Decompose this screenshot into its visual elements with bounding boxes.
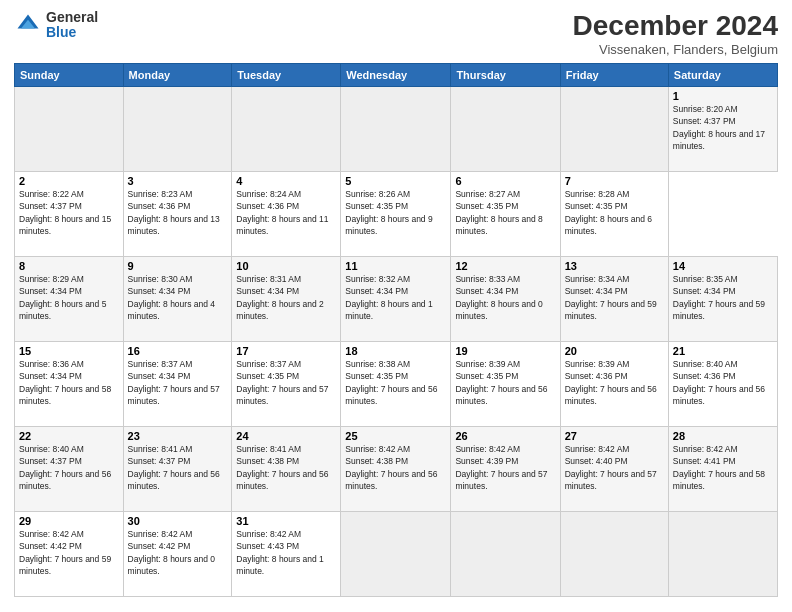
month-title: December 2024 [573,10,778,42]
day-info: Sunrise: 8:42 AMSunset: 4:43 PMDaylight:… [236,529,323,576]
day-info: Sunrise: 8:40 AMSunset: 4:36 PMDaylight:… [673,359,765,406]
day-cell-16: 16Sunrise: 8:37 AMSunset: 4:34 PMDayligh… [123,342,232,427]
day-cell-12: 12Sunrise: 8:33 AMSunset: 4:34 PMDayligh… [451,257,560,342]
day-cell-19: 19Sunrise: 8:39 AMSunset: 4:35 PMDayligh… [451,342,560,427]
day-info: Sunrise: 8:28 AMSunset: 4:35 PMDaylight:… [565,189,652,236]
day-info: Sunrise: 8:42 AMSunset: 4:41 PMDaylight:… [673,444,765,491]
day-info: Sunrise: 8:32 AMSunset: 4:34 PMDaylight:… [345,274,432,321]
day-cell-27: 27Sunrise: 8:42 AMSunset: 4:40 PMDayligh… [560,427,668,512]
logo-icon [14,11,42,39]
day-info: Sunrise: 8:40 AMSunset: 4:37 PMDaylight:… [19,444,111,491]
day-number: 23 [128,430,228,442]
day-cell-17: 17Sunrise: 8:37 AMSunset: 4:35 PMDayligh… [232,342,341,427]
day-cell-11: 11Sunrise: 8:32 AMSunset: 4:34 PMDayligh… [341,257,451,342]
calendar-table: Sunday Monday Tuesday Wednesday Thursday… [14,63,778,597]
day-cell-31: 31Sunrise: 8:42 AMSunset: 4:43 PMDayligh… [232,512,341,597]
empty-cell [560,87,668,172]
empty-cell [668,512,777,597]
day-info: Sunrise: 8:39 AMSunset: 4:36 PMDaylight:… [565,359,657,406]
day-number: 3 [128,175,228,187]
day-info: Sunrise: 8:39 AMSunset: 4:35 PMDaylight:… [455,359,547,406]
day-number: 12 [455,260,555,272]
week-row-2: 2Sunrise: 8:22 AMSunset: 4:37 PMDaylight… [15,172,778,257]
day-info: Sunrise: 8:24 AMSunset: 4:36 PMDaylight:… [236,189,328,236]
day-cell-21: 21Sunrise: 8:40 AMSunset: 4:36 PMDayligh… [668,342,777,427]
day-number: 18 [345,345,446,357]
day-cell-10: 10Sunrise: 8:31 AMSunset: 4:34 PMDayligh… [232,257,341,342]
day-number: 2 [19,175,119,187]
empty-cell [232,87,341,172]
logo-text: General Blue [46,10,98,41]
day-info: Sunrise: 8:37 AMSunset: 4:34 PMDaylight:… [128,359,220,406]
col-tuesday: Tuesday [232,64,341,87]
day-cell-30: 30Sunrise: 8:42 AMSunset: 4:42 PMDayligh… [123,512,232,597]
logo-blue-text: Blue [46,25,98,40]
day-info: Sunrise: 8:27 AMSunset: 4:35 PMDaylight:… [455,189,542,236]
day-number: 29 [19,515,119,527]
day-cell-26: 26Sunrise: 8:42 AMSunset: 4:39 PMDayligh… [451,427,560,512]
day-cell-15: 15Sunrise: 8:36 AMSunset: 4:34 PMDayligh… [15,342,124,427]
col-sunday: Sunday [15,64,124,87]
day-number: 1 [673,90,773,102]
title-block: December 2024 Vissenaken, Flanders, Belg… [573,10,778,57]
location: Vissenaken, Flanders, Belgium [573,42,778,57]
col-wednesday: Wednesday [341,64,451,87]
days-header-row: Sunday Monday Tuesday Wednesday Thursday… [15,64,778,87]
day-info: Sunrise: 8:30 AMSunset: 4:34 PMDaylight:… [128,274,215,321]
day-cell-25: 25Sunrise: 8:42 AMSunset: 4:38 PMDayligh… [341,427,451,512]
day-info: Sunrise: 8:42 AMSunset: 4:39 PMDaylight:… [455,444,547,491]
day-number: 16 [128,345,228,357]
day-number: 26 [455,430,555,442]
empty-cell [341,87,451,172]
day-cell-2: 2Sunrise: 8:22 AMSunset: 4:37 PMDaylight… [15,172,124,257]
day-info: Sunrise: 8:23 AMSunset: 4:36 PMDaylight:… [128,189,220,236]
day-number: 6 [455,175,555,187]
day-number: 31 [236,515,336,527]
day-cell-28: 28Sunrise: 8:42 AMSunset: 4:41 PMDayligh… [668,427,777,512]
day-cell-9: 9Sunrise: 8:30 AMSunset: 4:34 PMDaylight… [123,257,232,342]
day-number: 19 [455,345,555,357]
day-number: 25 [345,430,446,442]
day-info: Sunrise: 8:42 AMSunset: 4:38 PMDaylight:… [345,444,437,491]
week-row-4: 15Sunrise: 8:36 AMSunset: 4:34 PMDayligh… [15,342,778,427]
day-info: Sunrise: 8:35 AMSunset: 4:34 PMDaylight:… [673,274,765,321]
day-info: Sunrise: 8:22 AMSunset: 4:37 PMDaylight:… [19,189,111,236]
day-cell-13: 13Sunrise: 8:34 AMSunset: 4:34 PMDayligh… [560,257,668,342]
week-row-1: 1Sunrise: 8:20 AMSunset: 4:37 PMDaylight… [15,87,778,172]
day-cell-7: 7Sunrise: 8:28 AMSunset: 4:35 PMDaylight… [560,172,668,257]
day-number: 24 [236,430,336,442]
header: General Blue December 2024 Vissenaken, F… [14,10,778,57]
empty-cell [123,87,232,172]
day-cell-8: 8Sunrise: 8:29 AMSunset: 4:34 PMDaylight… [15,257,124,342]
day-cell-1: 1Sunrise: 8:20 AMSunset: 4:37 PMDaylight… [668,87,777,172]
day-info: Sunrise: 8:37 AMSunset: 4:35 PMDaylight:… [236,359,328,406]
day-number: 17 [236,345,336,357]
day-info: Sunrise: 8:41 AMSunset: 4:38 PMDaylight:… [236,444,328,491]
day-number: 28 [673,430,773,442]
day-number: 14 [673,260,773,272]
week-row-3: 8Sunrise: 8:29 AMSunset: 4:34 PMDaylight… [15,257,778,342]
day-cell-6: 6Sunrise: 8:27 AMSunset: 4:35 PMDaylight… [451,172,560,257]
page-container: General Blue December 2024 Vissenaken, F… [0,0,792,612]
empty-cell [451,512,560,597]
day-number: 5 [345,175,446,187]
day-number: 4 [236,175,336,187]
week-row-6: 29Sunrise: 8:42 AMSunset: 4:42 PMDayligh… [15,512,778,597]
day-cell-20: 20Sunrise: 8:39 AMSunset: 4:36 PMDayligh… [560,342,668,427]
day-info: Sunrise: 8:36 AMSunset: 4:34 PMDaylight:… [19,359,111,406]
empty-cell [341,512,451,597]
day-number: 11 [345,260,446,272]
day-cell-23: 23Sunrise: 8:41 AMSunset: 4:37 PMDayligh… [123,427,232,512]
day-info: Sunrise: 8:42 AMSunset: 4:40 PMDaylight:… [565,444,657,491]
day-cell-4: 4Sunrise: 8:24 AMSunset: 4:36 PMDaylight… [232,172,341,257]
day-info: Sunrise: 8:34 AMSunset: 4:34 PMDaylight:… [565,274,657,321]
col-saturday: Saturday [668,64,777,87]
day-info: Sunrise: 8:38 AMSunset: 4:35 PMDaylight:… [345,359,437,406]
logo: General Blue [14,10,98,41]
day-cell-22: 22Sunrise: 8:40 AMSunset: 4:37 PMDayligh… [15,427,124,512]
day-cell-29: 29Sunrise: 8:42 AMSunset: 4:42 PMDayligh… [15,512,124,597]
day-info: Sunrise: 8:20 AMSunset: 4:37 PMDaylight:… [673,104,765,151]
day-info: Sunrise: 8:26 AMSunset: 4:35 PMDaylight:… [345,189,432,236]
day-cell-5: 5Sunrise: 8:26 AMSunset: 4:35 PMDaylight… [341,172,451,257]
day-info: Sunrise: 8:29 AMSunset: 4:34 PMDaylight:… [19,274,106,321]
